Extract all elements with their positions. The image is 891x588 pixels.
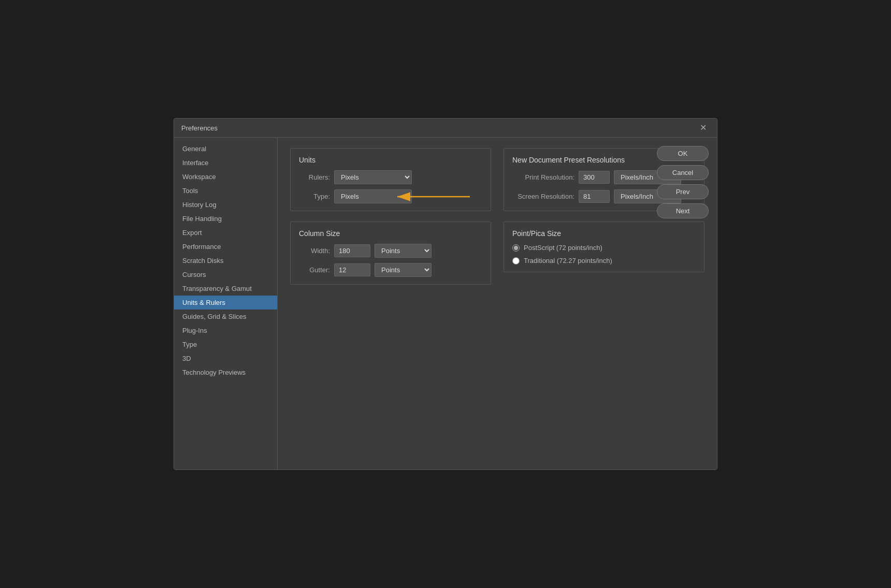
postscript-radio-row: PostScript (72 points/inch) [512,244,696,252]
sidebar-item-interface[interactable]: Interface [174,156,277,170]
point-pica-radio-group: PostScript (72 points/inch) Traditional … [512,244,696,264]
type-row: Type: Pixels Points Millimeters [299,189,482,203]
postscript-radio[interactable] [512,244,520,252]
sidebar: General Interface Workspace Tools Histor… [174,138,278,469]
sidebar-item-type[interactable]: Type [174,337,277,351]
gutter-input[interactable]: 12 [334,263,370,276]
sidebar-item-cursors[interactable]: Cursors [174,268,277,282]
close-button[interactable]: ✕ [697,123,710,133]
main-content: Units Rulers: Pixels Inches Centimeters … [278,138,717,469]
sidebar-item-scratch-disks[interactable]: Scratch Disks [174,254,277,268]
column-size-section: Column Size Width: 180 Points Picas Inch… [290,222,491,285]
sidebar-item-plug-ins[interactable]: Plug-Ins [174,324,277,337]
sidebar-item-tools[interactable]: Tools [174,184,277,198]
arrow-annotation [392,187,475,206]
sidebar-item-file-handling[interactable]: File Handling [174,212,277,226]
dialog-title: Preferences [181,124,218,132]
postscript-label[interactable]: PostScript (72 points/inch) [524,244,602,252]
title-bar: Preferences ✕ [174,119,717,138]
cancel-button[interactable]: Cancel [657,165,709,180]
gutter-label: Gutter: [299,266,330,274]
sidebar-item-general[interactable]: General [174,142,277,156]
gutter-unit-select[interactable]: Points Picas Inches Centimeters Millimet… [375,263,432,277]
sidebar-item-history-log[interactable]: History Log [174,198,277,212]
sidebar-item-3d[interactable]: 3D [174,351,277,365]
gutter-row: Gutter: 12 Points Picas Inches Centimete… [299,263,482,277]
units-section-title: Units [299,156,482,164]
width-row: Width: 180 Points Picas Inches Centimete… [299,244,482,258]
screen-resolution-input[interactable]: 81 [579,190,610,203]
sidebar-item-export[interactable]: Export [174,226,277,240]
sidebar-item-transparency-gamut[interactable]: Transparency & Gamut [174,282,277,296]
left-panel: Units Rulers: Pixels Inches Centimeters … [290,148,491,459]
action-buttons: OK Cancel Prev Next [657,146,709,218]
dialog-body: General Interface Workspace Tools Histor… [174,138,717,469]
sidebar-item-workspace[interactable]: Workspace [174,170,277,184]
sidebar-item-guides-grid-slices[interactable]: Guides, Grid & Slices [174,310,277,324]
print-resolution-input[interactable]: 300 [579,171,610,184]
width-input[interactable]: 180 [334,244,370,257]
print-resolution-label: Print Resolution: [512,173,574,181]
width-label: Width: [299,247,330,255]
next-button[interactable]: Next [657,203,709,218]
screen-resolution-label: Screen Resolution: [512,193,574,200]
rulers-label: Rulers: [299,173,330,181]
sidebar-item-technology-previews[interactable]: Technology Previews [174,365,277,379]
point-pica-section: Point/Pica Size PostScript (72 points/in… [504,222,705,272]
point-pica-title: Point/Pica Size [512,229,696,238]
sidebar-item-performance[interactable]: Performance [174,240,277,254]
ok-button[interactable]: OK [657,146,709,161]
rulers-row: Rulers: Pixels Inches Centimeters Millim… [299,170,482,184]
traditional-radio-row: Traditional (72.27 points/inch) [512,257,696,264]
sidebar-item-units-rulers[interactable]: Units & Rulers [174,296,277,310]
prev-button[interactable]: Prev [657,184,709,199]
rulers-select[interactable]: Pixels Inches Centimeters Millimeters Po… [334,170,412,184]
column-size-title: Column Size [299,229,482,238]
width-unit-select[interactable]: Points Picas Inches Centimeters Millimet… [375,244,432,258]
type-label: Type: [299,193,330,200]
traditional-label[interactable]: Traditional (72.27 points/inch) [524,257,612,264]
traditional-radio[interactable] [512,257,520,264]
preferences-dialog: Preferences ✕ General Interface Workspac… [174,118,717,470]
units-section: Units Rulers: Pixels Inches Centimeters … [290,148,491,211]
